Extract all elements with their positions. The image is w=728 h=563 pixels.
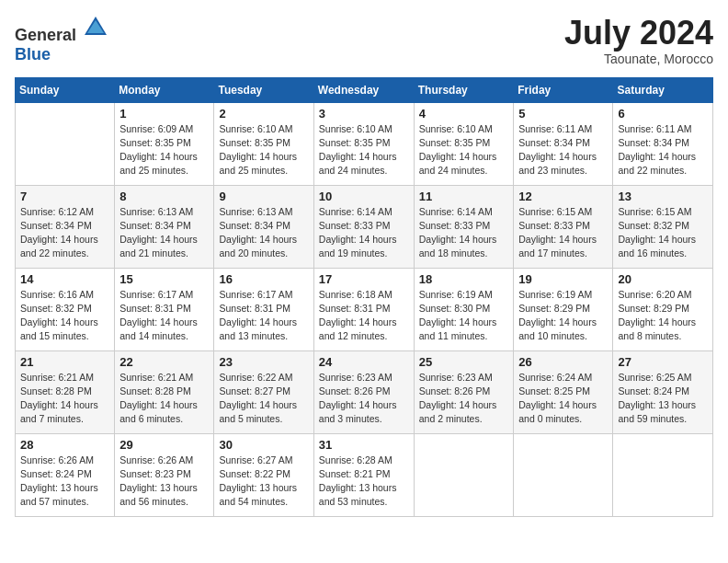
calendar-cell: 11Sunrise: 6:14 AM Sunset: 8:33 PM Dayli… — [414, 185, 514, 268]
calendar-cell: 21Sunrise: 6:21 AM Sunset: 8:28 PM Dayli… — [16, 350, 115, 433]
day-detail: Sunrise: 6:09 AM Sunset: 8:35 PM Dayligh… — [119, 122, 209, 178]
weekday-header: Thursday — [414, 77, 514, 102]
day-detail: Sunrise: 6:16 AM Sunset: 8:32 PM Dayligh… — [20, 288, 109, 344]
calendar-cell: 25Sunrise: 6:23 AM Sunset: 8:26 PM Dayli… — [414, 350, 514, 433]
day-detail: Sunrise: 6:14 AM Sunset: 8:33 PM Dayligh… — [319, 205, 409, 261]
calendar-cell: 29Sunrise: 6:26 AM Sunset: 8:23 PM Dayli… — [115, 433, 214, 516]
month-year: July 2024 — [564, 15, 713, 52]
day-detail: Sunrise: 6:23 AM Sunset: 8:26 PM Dayligh… — [319, 371, 409, 427]
calendar-cell: 26Sunrise: 6:24 AM Sunset: 8:25 PM Dayli… — [514, 350, 613, 433]
calendar-cell: 3Sunrise: 6:10 AM Sunset: 8:35 PM Daylig… — [313, 102, 414, 185]
calendar-cell: 13Sunrise: 6:15 AM Sunset: 8:32 PM Dayli… — [613, 185, 713, 268]
day-number: 30 — [219, 438, 308, 452]
day-detail: Sunrise: 6:15 AM Sunset: 8:33 PM Dayligh… — [518, 205, 608, 261]
day-detail: Sunrise: 6:10 AM Sunset: 8:35 PM Dayligh… — [219, 122, 308, 178]
calendar-cell: 2Sunrise: 6:10 AM Sunset: 8:35 PM Daylig… — [214, 102, 313, 185]
day-detail: Sunrise: 6:18 AM Sunset: 8:31 PM Dayligh… — [319, 288, 409, 344]
day-number: 7 — [20, 190, 109, 203]
day-detail: Sunrise: 6:11 AM Sunset: 8:34 PM Dayligh… — [518, 122, 608, 178]
calendar-cell: 20Sunrise: 6:20 AM Sunset: 8:29 PM Dayli… — [613, 268, 713, 350]
calendar-cell: 24Sunrise: 6:23 AM Sunset: 8:26 PM Dayli… — [313, 350, 414, 433]
logo-icon — [83, 15, 108, 40]
calendar-cell: 8Sunrise: 6:13 AM Sunset: 8:34 PM Daylig… — [115, 185, 214, 268]
weekday-header: Friday — [514, 77, 613, 102]
day-number: 17 — [319, 272, 409, 286]
day-detail: Sunrise: 6:10 AM Sunset: 8:35 PM Dayligh… — [319, 122, 409, 178]
calendar-cell: 5Sunrise: 6:11 AM Sunset: 8:34 PM Daylig… — [514, 102, 613, 185]
day-detail: Sunrise: 6:14 AM Sunset: 8:33 PM Dayligh… — [419, 205, 509, 261]
day-detail: Sunrise: 6:10 AM Sunset: 8:35 PM Dayligh… — [419, 122, 509, 178]
calendar-cell: 6Sunrise: 6:11 AM Sunset: 8:34 PM Daylig… — [613, 102, 713, 185]
weekday-header: Monday — [115, 77, 214, 102]
day-number: 12 — [518, 190, 608, 203]
day-number: 16 — [219, 272, 308, 286]
day-number: 8 — [119, 190, 209, 203]
calendar-cell: 19Sunrise: 6:19 AM Sunset: 8:29 PM Dayli… — [514, 268, 613, 350]
calendar-cell: 14Sunrise: 6:16 AM Sunset: 8:32 PM Dayli… — [16, 268, 115, 350]
day-number: 5 — [518, 107, 608, 121]
day-detail: Sunrise: 6:13 AM Sunset: 8:34 PM Dayligh… — [219, 205, 308, 261]
day-detail: Sunrise: 6:19 AM Sunset: 8:29 PM Dayligh… — [518, 288, 608, 344]
calendar-cell: 30Sunrise: 6:27 AM Sunset: 8:22 PM Dayli… — [214, 433, 313, 516]
day-number: 11 — [419, 190, 509, 203]
day-number: 19 — [518, 272, 608, 286]
day-number: 25 — [419, 355, 509, 369]
day-detail: Sunrise: 6:25 AM Sunset: 8:24 PM Dayligh… — [618, 371, 708, 427]
day-number: 21 — [20, 355, 109, 369]
calendar-cell — [514, 433, 613, 516]
day-number: 20 — [618, 272, 708, 286]
calendar-cell: 22Sunrise: 6:21 AM Sunset: 8:28 PM Dayli… — [115, 350, 214, 433]
day-number: 14 — [20, 272, 109, 286]
calendar-week-row: 28Sunrise: 6:26 AM Sunset: 8:24 PM Dayli… — [16, 433, 713, 516]
day-number: 26 — [518, 355, 608, 369]
weekday-header: Wednesday — [313, 77, 414, 102]
calendar-cell: 23Sunrise: 6:22 AM Sunset: 8:27 PM Dayli… — [214, 350, 313, 433]
day-number: 10 — [319, 190, 409, 203]
day-number: 9 — [219, 190, 308, 203]
day-detail: Sunrise: 6:24 AM Sunset: 8:25 PM Dayligh… — [518, 371, 608, 427]
calendar-cell: 17Sunrise: 6:18 AM Sunset: 8:31 PM Dayli… — [313, 268, 414, 350]
day-number: 3 — [319, 107, 409, 121]
calendar-week-row: 1Sunrise: 6:09 AM Sunset: 8:35 PM Daylig… — [16, 102, 713, 185]
calendar-cell: 15Sunrise: 6:17 AM Sunset: 8:31 PM Dayli… — [115, 268, 214, 350]
weekday-header: Saturday — [613, 77, 713, 102]
day-detail: Sunrise: 6:11 AM Sunset: 8:34 PM Dayligh… — [618, 122, 708, 178]
day-number: 22 — [119, 355, 209, 369]
calendar-week-row: 21Sunrise: 6:21 AM Sunset: 8:28 PM Dayli… — [16, 350, 713, 433]
day-number: 13 — [618, 190, 708, 203]
calendar-cell: 7Sunrise: 6:12 AM Sunset: 8:34 PM Daylig… — [16, 185, 115, 268]
day-number: 23 — [219, 355, 308, 369]
calendar-cell: 27Sunrise: 6:25 AM Sunset: 8:24 PM Dayli… — [613, 350, 713, 433]
title-block: July 2024 Taounate, Morocco — [564, 15, 713, 66]
weekday-header: Sunday — [16, 77, 115, 102]
calendar-cell: 18Sunrise: 6:19 AM Sunset: 8:30 PM Dayli… — [414, 268, 514, 350]
location: Taounate, Morocco — [564, 52, 713, 66]
day-detail: Sunrise: 6:21 AM Sunset: 8:28 PM Dayligh… — [119, 371, 209, 427]
page-header: General Blue July 2024 Taounate, Morocco — [15, 15, 713, 66]
day-detail: Sunrise: 6:15 AM Sunset: 8:32 PM Dayligh… — [618, 205, 708, 261]
calendar-table: SundayMondayTuesdayWednesdayThursdayFrid… — [15, 77, 713, 517]
day-number: 6 — [618, 107, 708, 121]
calendar-cell: 31Sunrise: 6:28 AM Sunset: 8:21 PM Dayli… — [313, 433, 414, 516]
calendar-cell — [16, 102, 115, 185]
calendar-week-row: 7Sunrise: 6:12 AM Sunset: 8:34 PM Daylig… — [16, 185, 713, 268]
day-number: 18 — [419, 272, 509, 286]
day-detail: Sunrise: 6:28 AM Sunset: 8:21 PM Dayligh… — [319, 454, 409, 510]
calendar-cell — [613, 433, 713, 516]
day-number: 27 — [618, 355, 708, 369]
day-detail: Sunrise: 6:22 AM Sunset: 8:27 PM Dayligh… — [219, 371, 308, 427]
day-number: 4 — [419, 107, 509, 121]
day-detail: Sunrise: 6:17 AM Sunset: 8:31 PM Dayligh… — [119, 288, 209, 344]
day-number: 1 — [119, 107, 209, 121]
logo-general: General — [15, 26, 76, 44]
calendar-cell: 1Sunrise: 6:09 AM Sunset: 8:35 PM Daylig… — [115, 102, 214, 185]
calendar-cell: 12Sunrise: 6:15 AM Sunset: 8:33 PM Dayli… — [514, 185, 613, 268]
logo-blue: Blue — [15, 45, 51, 63]
day-number: 24 — [319, 355, 409, 369]
calendar-week-row: 14Sunrise: 6:16 AM Sunset: 8:32 PM Dayli… — [16, 268, 713, 350]
day-detail: Sunrise: 6:27 AM Sunset: 8:22 PM Dayligh… — [219, 454, 308, 510]
day-detail: Sunrise: 6:20 AM Sunset: 8:29 PM Dayligh… — [618, 288, 708, 344]
day-detail: Sunrise: 6:26 AM Sunset: 8:23 PM Dayligh… — [119, 454, 209, 510]
logo: General Blue — [15, 15, 108, 64]
day-detail: Sunrise: 6:12 AM Sunset: 8:34 PM Dayligh… — [20, 205, 109, 261]
